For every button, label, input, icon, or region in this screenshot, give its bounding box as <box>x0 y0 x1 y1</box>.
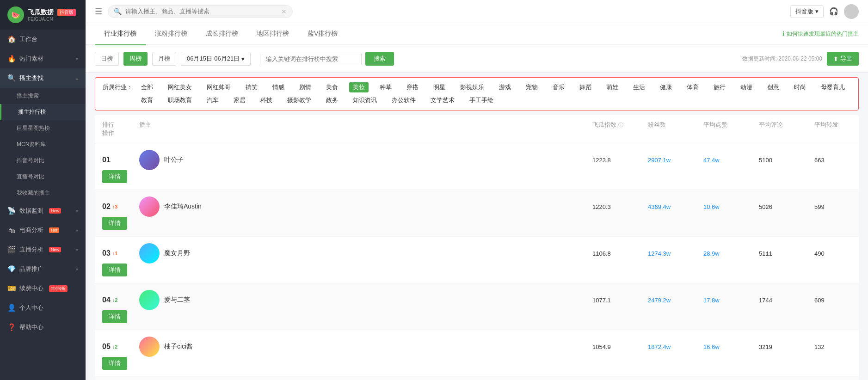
hamburger-icon[interactable]: ☰ <box>95 6 102 17</box>
export-button[interactable]: ⬆ 导出 <box>827 52 859 66</box>
industry-tag-funny[interactable]: 搞笑 <box>242 82 261 92</box>
date-range-selector[interactable]: 06月15日-06月21日 ▾ <box>181 52 251 66</box>
industry-tag-creative[interactable]: 创意 <box>763 82 783 92</box>
rank-number: 05 ↓2 <box>102 343 139 351</box>
sidebar-sub-broadcaster-rank[interactable]: 播主排行榜 <box>0 104 86 120</box>
search-input[interactable] <box>125 8 277 15</box>
tab-blueV[interactable]: 蓝V排行榜 <box>298 23 347 45</box>
industry-tag-games[interactable]: 游戏 <box>495 82 515 92</box>
industry-tag-food[interactable]: 美食 <box>322 82 342 92</box>
industry-tag-makeup[interactable]: 美妆 <box>349 82 369 92</box>
industry-tag-travel[interactable]: 旅行 <box>710 82 729 92</box>
sub-label-star: 巨星星图热榜 <box>17 124 50 132</box>
sidebar-sub-tiktok-compare[interactable]: 抖音号对比 <box>0 153 86 169</box>
industry-tag-knowledge[interactable]: 知识资讯 <box>349 95 381 105</box>
sidebar-sub-mcn[interactable]: MCN资料库 <box>0 136 86 153</box>
period-daily[interactable]: 日榜 <box>95 52 119 66</box>
industry-tag-emotion[interactable]: 情感 <box>269 82 288 92</box>
tab-growth[interactable]: 涨粉排行榜 <box>146 23 197 45</box>
sidebar-item-personal[interactable]: 👤 个人中心 <box>0 298 86 318</box>
industry-tag-photo[interactable]: 摄影教学 <box>283 95 315 105</box>
keyword-input[interactable] <box>260 53 362 65</box>
industry-tag-car[interactable]: 汽车 <box>203 95 222 105</box>
sidebar-item-hot-material[interactable]: 🔥 热门素材 ▾ <box>0 49 86 68</box>
sidebar-item-data-monitor[interactable]: 📡 数据监测 New ▾ <box>0 201 86 221</box>
industry-tag-fashion[interactable]: 穿搭 <box>403 82 422 92</box>
col-action-cell: 详情 <box>102 310 139 323</box>
industry-tag-office[interactable]: 办公软件 <box>388 95 419 105</box>
upload-icon: ⬆ <box>833 55 838 62</box>
broadcaster-cell: 魔女月野 <box>139 243 278 264</box>
industry-tag-politics[interactable]: 政务 <box>322 95 342 105</box>
filter-bar: 日榜 周榜 月榜 06月15日-06月21日 ▾ 搜索 数据更新时间: 2020… <box>86 45 868 73</box>
industry-tag-work-edu[interactable]: 职场教育 <box>164 95 196 105</box>
detail-button[interactable]: 详情 <box>102 310 127 323</box>
logo-main: 飞瓜数据 <box>28 8 54 17</box>
industry-tag-music[interactable]: 音乐 <box>549 82 568 92</box>
industry-tag-planting[interactable]: 种草 <box>376 82 395 92</box>
industry-tag-literature[interactable]: 文学艺术 <box>427 95 458 105</box>
tab-region[interactable]: 地区排行榜 <box>247 23 298 45</box>
sub-label-mcn: MCN资料库 <box>17 141 46 148</box>
industry-tag-celebrity[interactable]: 明星 <box>430 82 449 92</box>
industry-tag-education[interactable]: 教育 <box>137 95 157 105</box>
sidebar-sub-live-compare[interactable]: 直播号对比 <box>0 169 86 185</box>
industry-tag-film[interactable]: 影视娱乐 <box>456 82 488 92</box>
industry-tag-dance[interactable]: 舞蹈 <box>576 82 595 92</box>
industry-tag-cute[interactable]: 萌娃 <box>603 82 622 92</box>
rank-change: ↑1 <box>112 251 118 256</box>
detail-button[interactable]: 详情 <box>102 170 127 183</box>
col-likes-val: 10.6w <box>703 203 759 210</box>
col-comments: 平均评论 <box>759 121 814 129</box>
detail-button[interactable]: 详情 <box>102 264 127 276</box>
col-action-cell: 详情 <box>102 217 139 230</box>
tab-industry[interactable]: 行业排行榜 <box>95 23 146 45</box>
help-icon: ❓ <box>7 323 16 331</box>
industry-tag-handcraft[interactable]: 手工手绘 <box>466 95 497 105</box>
fire-icon: 🔥 <box>7 55 16 63</box>
keyword-search-button[interactable]: 搜索 <box>365 52 394 66</box>
diamond-icon: 💎 <box>7 265 16 273</box>
industry-tag-anime[interactable]: 动漫 <box>737 82 756 92</box>
period-monthly[interactable]: 月榜 <box>152 52 176 66</box>
col-shares-val: 599 <box>814 203 851 210</box>
update-time: 数据更新时间: 2020-06-22 05:00 <box>742 55 822 63</box>
industry-tag-tech[interactable]: 科技 <box>257 95 276 105</box>
sidebar-sub-broadcaster-find[interactable]: 播主搜索 <box>0 88 86 104</box>
platform-selector[interactable]: 抖音版 ▾ <box>790 5 824 18</box>
sidebar-item-ecommerce[interactable]: 🛍 电商分析 Hot ▾ <box>0 221 86 240</box>
sidebar-sub-favorites[interactable]: 我收藏的播主 <box>0 185 86 201</box>
clear-icon[interactable]: ✕ <box>281 8 287 15</box>
headphone-icon[interactable]: 🎧 <box>829 7 838 16</box>
keyword-search: 搜索 <box>260 52 394 66</box>
industry-tag-parenting[interactable]: 母婴育儿 <box>817 82 849 92</box>
industry-tag-home[interactable]: 家居 <box>230 95 249 105</box>
industry-tag-internet-men[interactable]: 网红帅哥 <box>203 82 234 92</box>
sub-label-find: 播主搜索 <box>17 92 39 100</box>
info-icon-top: ℹ <box>782 31 785 37</box>
tab-trending[interactable]: 成长排行榜 <box>197 23 247 45</box>
industry-tag-life[interactable]: 生活 <box>629 82 649 92</box>
sidebar-sub-star-map[interactable]: 巨星星图热榜 <box>0 120 86 136</box>
sidebar-item-live-analysis[interactable]: 🎬 直播分析 New ▾ <box>0 240 86 259</box>
detail-button[interactable]: 详情 <box>102 217 127 230</box>
rank-number: 02 ↑3 <box>102 202 139 211</box>
industry-tag-drama[interactable]: 剧情 <box>295 82 315 92</box>
sidebar-item-broadcaster-search[interactable]: 🔍 播主查找 ▴ <box>0 68 86 88</box>
industry-tag-health[interactable]: 健康 <box>656 82 676 92</box>
period-weekly[interactable]: 周榜 <box>123 52 148 66</box>
index-info-icon[interactable]: ⓘ <box>618 122 623 128</box>
avatar[interactable] <box>844 4 859 19</box>
sidebar-item-workbench[interactable]: 🏠 工作台 <box>0 30 86 49</box>
industry-tag-trends[interactable]: 时尚 <box>790 82 810 92</box>
broadcaster-avatar <box>139 337 160 357</box>
industry-tag-pets[interactable]: 宠物 <box>522 82 542 92</box>
sidebar-label-personal: 个人中心 <box>19 304 43 312</box>
sidebar-item-brand[interactable]: 💎 品牌推广 ▾ <box>0 259 86 279</box>
detail-button[interactable]: 详情 <box>102 357 127 370</box>
sidebar-item-renewal[interactable]: 🎫 续费中心 年付6折 <box>0 279 86 298</box>
industry-tag-all[interactable]: 全部 <box>137 82 157 92</box>
sidebar-item-help[interactable]: ❓ 帮助中心 <box>0 318 86 337</box>
industry-tag-internet-beauty[interactable]: 网红美女 <box>164 82 196 92</box>
industry-tag-sports[interactable]: 体育 <box>683 82 702 92</box>
